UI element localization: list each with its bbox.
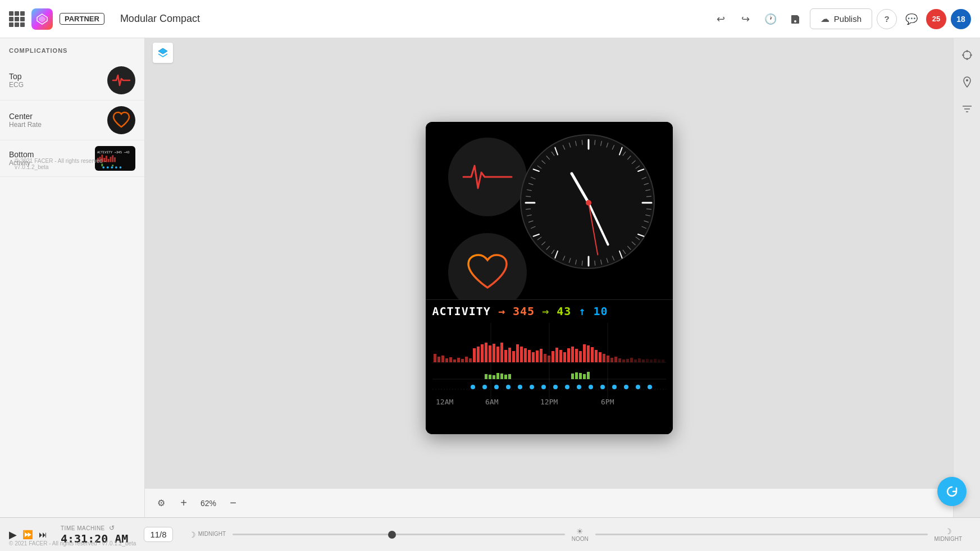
- svg-rect-136: [614, 357, 617, 362]
- svg-line-32: [594, 140, 595, 144]
- redo-button[interactable]: ↪: [736, 9, 756, 29]
- layers-button[interactable]: [153, 43, 173, 63]
- watchface[interactable]: ACTIVITY → 345 ⇒ 43 ↑ 10: [426, 122, 673, 434]
- svg-line-63: [537, 237, 541, 240]
- svg-rect-148: [662, 359, 664, 362]
- notification-bell-icon[interactable]: 25: [926, 9, 946, 29]
- zoom-out-button[interactable]: −: [225, 495, 241, 512]
- history-button[interactable]: 🕐: [760, 9, 781, 29]
- svg-rect-112: [520, 347, 523, 362]
- svg-point-170: [577, 385, 581, 389]
- svg-line-24: [638, 234, 644, 236]
- complication-top[interactable]: Top ECG: [0, 61, 144, 101]
- timeline-handle[interactable]: [388, 531, 396, 539]
- svg-line-37: [627, 156, 630, 159]
- svg-rect-144: [646, 359, 649, 362]
- zoom-in-button[interactable]: +: [175, 495, 192, 512]
- svg-line-35: [612, 145, 614, 149]
- publish-button[interactable]: ☁ Publish: [810, 8, 872, 29]
- svg-rect-126: [575, 349, 578, 362]
- svg-rect-90: [434, 354, 436, 362]
- svg-rect-138: [622, 359, 625, 362]
- activity-val1: 345: [513, 304, 535, 318]
- svg-line-57: [575, 259, 576, 264]
- midnight-right-label: MIDNIGHT: [935, 536, 962, 542]
- svg-rect-110: [512, 351, 515, 362]
- skip-forward-button[interactable]: ⏭: [39, 530, 47, 539]
- play-button[interactable]: ▶: [9, 529, 17, 541]
- svg-rect-133: [603, 354, 605, 362]
- svg-rect-139: [626, 359, 629, 362]
- topbar-left: PARTNER Modular Compact: [9, 8, 200, 30]
- svg-point-165: [518, 385, 522, 389]
- svg-line-28: [533, 234, 539, 236]
- svg-rect-100: [473, 348, 476, 362]
- svg-rect-153: [500, 374, 503, 379]
- canvas-toolbar-bottom: ⚙ + 62% −: [145, 488, 953, 517]
- svg-rect-118: [544, 354, 546, 362]
- svg-point-186: [966, 79, 968, 81]
- complication-top-label: Top ECG: [9, 72, 24, 89]
- svg-line-30: [533, 169, 539, 171]
- svg-line-31: [555, 147, 558, 154]
- midnight-left-label: MIDNIGHT: [198, 531, 226, 537]
- svg-line-51: [623, 250, 626, 253]
- svg-rect-160: [587, 372, 590, 379]
- fab-button[interactable]: [937, 477, 967, 506]
- timeline-bar[interactable]: [233, 534, 565, 535]
- svg-point-83: [586, 200, 591, 206]
- settings-button[interactable]: ⚙: [153, 495, 170, 512]
- svg-point-161: [471, 385, 475, 389]
- svg-line-52: [612, 256, 614, 260]
- timeline-bar-right[interactable]: [595, 534, 928, 535]
- svg-rect-102: [481, 344, 484, 362]
- svg-line-25: [619, 251, 622, 258]
- canvas-body: ACTIVITY → 345 ⇒ 43 ↑ 10: [145, 67, 953, 488]
- fast-forward-button[interactable]: ⏩: [22, 530, 33, 540]
- svg-rect-97: [461, 359, 464, 362]
- svg-point-167: [541, 385, 546, 389]
- svg-rect-103: [485, 343, 487, 362]
- svg-rect-122: [559, 350, 562, 362]
- svg-rect-106: [496, 347, 499, 362]
- activity-arrow1: →: [498, 304, 513, 318]
- svg-rect-91: [437, 357, 440, 362]
- svg-rect-116: [536, 350, 539, 362]
- play-controls: ▶ ⏩ ⏭: [9, 529, 47, 541]
- moon-left-icon: ☽: [189, 530, 196, 539]
- svg-point-174: [624, 385, 628, 389]
- svg-line-22: [638, 169, 644, 171]
- svg-line-40: [642, 177, 646, 179]
- chat-button[interactable]: 💬: [901, 9, 922, 29]
- crosshair-button[interactable]: [957, 45, 977, 65]
- svg-line-72: [537, 166, 541, 169]
- timeline-section: ☽ MIDNIGHT ☀ NOON ☽ MIDNIGHT: [189, 527, 964, 542]
- filter-button[interactable]: [957, 99, 977, 119]
- location-button[interactable]: [957, 72, 977, 92]
- svg-point-166: [530, 385, 534, 389]
- svg-line-69: [527, 189, 531, 190]
- svg-rect-156: [571, 374, 574, 379]
- complication-center[interactable]: Center Heart Rate: [0, 101, 144, 140]
- svg-point-169: [565, 385, 569, 389]
- svg-rect-92: [441, 356, 444, 362]
- page-title: Modular Compact: [120, 13, 200, 25]
- svg-line-68: [526, 196, 530, 197]
- help-button[interactable]: ?: [877, 9, 897, 29]
- svg-rect-127: [579, 351, 582, 362]
- user-avatar[interactable]: 18: [951, 9, 971, 29]
- notification-count: 25: [932, 15, 940, 23]
- grid-menu-icon[interactable]: [9, 11, 25, 27]
- bottom-bar: ▶ ⏩ ⏭ TIME MACHINE ↺ 4:31:20 AM 11/8 ☽ M…: [0, 517, 980, 551]
- undo-button[interactable]: ↩: [711, 9, 731, 29]
- date-badge[interactable]: 11/8: [144, 527, 172, 542]
- complication-top-main: Top: [9, 72, 24, 81]
- svg-rect-152: [496, 373, 499, 379]
- svg-rect-94: [449, 357, 452, 362]
- svg-rect-154: [504, 375, 507, 379]
- svg-line-71: [531, 177, 535, 179]
- svg-text:12AM: 12AM: [436, 398, 453, 406]
- save-button[interactable]: [785, 9, 805, 29]
- svg-line-41: [644, 183, 648, 184]
- svg-line-66: [527, 215, 531, 216]
